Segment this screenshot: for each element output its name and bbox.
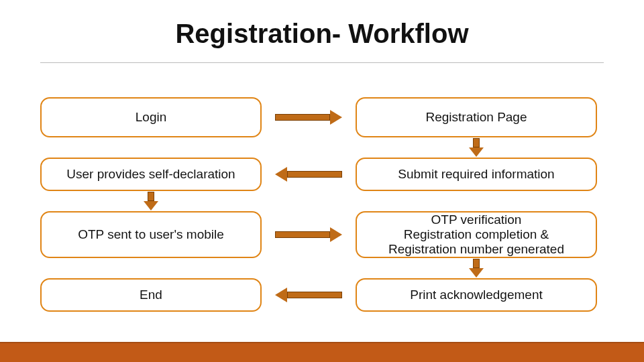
node-self-declaration: User provides self-declaration — [40, 158, 262, 191]
arrow-down-icon — [146, 192, 156, 210]
arrow-down-icon — [472, 138, 481, 157]
arrow-right-icon — [275, 113, 342, 122]
node-registration-page: Registration Page — [356, 97, 597, 137]
arrow-left-icon — [275, 290, 342, 300]
slide-title: Registration- Workflow — [0, 0, 644, 49]
arrow-down-icon — [472, 259, 481, 278]
arrow-left-icon — [275, 170, 342, 179]
title-underline — [40, 62, 604, 63]
footer-bar — [0, 342, 644, 362]
flow-grid: Login Registration Page User provides se… — [40, 97, 624, 312]
node-login: Login — [40, 97, 262, 137]
arrow-right-icon — [275, 230, 342, 239]
node-otp-sent: OTP sent to user's mobile — [40, 211, 262, 258]
node-end: End — [40, 278, 262, 312]
node-submit-info: Submit required information — [356, 158, 597, 191]
node-otp-verification: OTP verification Registration completion… — [356, 211, 597, 258]
node-print-ack: Print acknowledgement — [356, 278, 597, 312]
